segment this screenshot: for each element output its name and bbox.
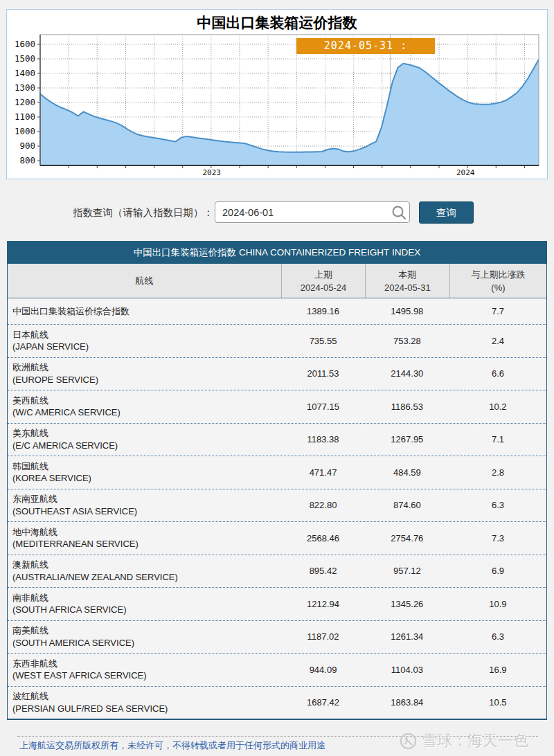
table-body: 中国出口集装箱运价综合指数 1389.16 1495.98 7.7 日本航线 (… bbox=[8, 298, 546, 719]
curr-value: 1186.53 bbox=[365, 402, 449, 412]
change-value: 2.8 bbox=[449, 467, 546, 478]
route-name-en: (W/C AMERICA SERVICE) bbox=[12, 406, 281, 419]
prev-value: 2568.46 bbox=[281, 533, 365, 543]
col-header-change: 与上期比涨跌 (%) bbox=[449, 264, 546, 298]
route-name-cn: 波红航线 bbox=[12, 690, 281, 703]
route-name-cn: 南美航线 bbox=[12, 624, 281, 637]
prev-value: 1077.15 bbox=[281, 402, 365, 412]
change-value: 16.9 bbox=[449, 665, 546, 675]
route-name-cell: 美西航线 (W/C AMERICA SERVICE) bbox=[8, 395, 281, 419]
table-row: 东西非航线 (WEST EAST AFRICA SERVICE) 944.09 … bbox=[8, 653, 546, 686]
change-value: 6.6 bbox=[449, 368, 546, 379]
route-name-en: (MEDITERRANEAN SERVICE) bbox=[12, 538, 281, 550]
route-name-en: (WEST EAST AFRICA SERVICE) bbox=[12, 669, 281, 682]
route-name-cell: 欧洲航线 (EUROPE SERVICE) bbox=[8, 361, 281, 386]
route-name-en: (JAPAN SERVICE) bbox=[12, 341, 281, 353]
query-button[interactable]: 查询 bbox=[419, 201, 474, 224]
route-name-en: (KOREA SERVICE) bbox=[12, 472, 281, 485]
change-value: 6.3 bbox=[449, 631, 546, 642]
route-name-cell: 澳新航线 (AUSTRALIA/NEW ZEALAND SERVICE) bbox=[8, 559, 281, 583]
svg-text:1500: 1500 bbox=[15, 53, 35, 64]
svg-text:1200: 1200 bbox=[15, 97, 35, 107]
search-icon[interactable] bbox=[391, 204, 407, 221]
prev-value: 944.09 bbox=[281, 665, 365, 675]
xueqiu-watermark: 雪球：海天一色 bbox=[399, 728, 528, 753]
curr-value: 1495.98 bbox=[365, 306, 449, 316]
curr-value: 874.60 bbox=[365, 500, 449, 510]
svg-text:2023: 2023 bbox=[202, 168, 221, 177]
prev-value: 471.47 bbox=[281, 467, 365, 478]
change-value: 7.1 bbox=[449, 434, 546, 444]
route-name-cn: 中国出口集装箱运价综合指数 bbox=[12, 305, 281, 318]
freight-index-chart-panel: 中国出口集装箱运价指数 8009001000110012001300140015… bbox=[6, 9, 548, 179]
route-name-cell: 波红航线 (PERSIAN GULF/RED SEA SERVICE) bbox=[8, 690, 281, 714]
curr-value: 1863.84 bbox=[365, 697, 449, 708]
route-name-cell: 中国出口集装箱运价综合指数 bbox=[8, 305, 281, 318]
table-row: 韩国航线 (KOREA SERVICE) 471.47 484.59 2.8 bbox=[8, 456, 546, 489]
table-row: 南非航线 (SOUTH AFRICA SERVICE) 1212.94 1345… bbox=[8, 587, 546, 620]
col-header-curr-label: 本期 bbox=[366, 268, 449, 281]
table-row: 欧洲航线 (EUROPE SERVICE) 2011.53 2144.30 6.… bbox=[8, 357, 546, 390]
change-value: 2.4 bbox=[449, 336, 546, 346]
route-name-cell: 日本航线 (JAPAN SERVICE) bbox=[8, 329, 281, 353]
svg-text:1400: 1400 bbox=[15, 68, 35, 78]
prev-value: 1389.16 bbox=[281, 306, 365, 316]
route-name-cn: 地中海航线 bbox=[12, 526, 281, 539]
curr-value: 753.28 bbox=[365, 336, 449, 346]
route-name-cell: 地中海航线 (MEDITERRANEAN SERVICE) bbox=[8, 526, 281, 550]
svg-text:1600: 1600 bbox=[15, 39, 35, 49]
curr-value: 1345.26 bbox=[365, 599, 449, 609]
route-name-cn: 韩国航线 bbox=[12, 460, 281, 473]
route-name-cn: 欧洲航线 bbox=[12, 361, 281, 374]
prev-value: 1687.42 bbox=[281, 697, 365, 708]
svg-text:900: 900 bbox=[19, 141, 35, 151]
route-name-cell: 东南亚航线 (SOUTHEAST ASIA SERVICE) bbox=[8, 493, 281, 517]
route-name-cn: 南非航线 bbox=[12, 592, 281, 604]
change-value: 6.3 bbox=[449, 500, 546, 510]
route-name-cn: 东西非航线 bbox=[12, 658, 281, 670]
curr-value: 1104.03 bbox=[365, 665, 449, 675]
freight-index-area-chart[interactable]: 8009001000110012001300140015001600202320… bbox=[7, 10, 547, 179]
chart-tooltip: 2024-05-31 : 1495.98 bbox=[296, 38, 435, 54]
change-value: 7.3 bbox=[449, 533, 546, 543]
route-name-cell: 南美航线 (SOUTH AMERICA SERVICE) bbox=[8, 624, 281, 649]
date-input[interactable] bbox=[215, 201, 410, 223]
copyright-text: 上海航运交易所版权所有，未经许可，不得转载或者用于任何形式的商业用途 bbox=[19, 739, 325, 752]
table-row: 波红航线 (PERSIAN GULF/RED SEA SERVICE) 1687… bbox=[8, 686, 546, 719]
col-header-prev-label: 上期 bbox=[282, 268, 365, 281]
prev-value: 1187.02 bbox=[281, 631, 365, 642]
col-header-change-unit: (%) bbox=[450, 281, 546, 294]
prev-value: 2011.53 bbox=[281, 368, 365, 379]
route-name-cn: 美东航线 bbox=[12, 427, 281, 440]
col-header-prev: 上期 2024-05-24 bbox=[281, 264, 365, 298]
col-header-prev-date: 2024-05-24 bbox=[282, 281, 365, 294]
col-header-curr: 本期 2024-05-31 bbox=[365, 264, 449, 298]
route-name-cn: 美西航线 bbox=[12, 395, 281, 407]
prev-value: 1212.94 bbox=[281, 599, 365, 609]
watermark-text: 雪球：海天一色 bbox=[422, 730, 528, 751]
prev-value: 895.42 bbox=[281, 566, 365, 576]
table-header-row: 航线 上期 2024-05-24 本期 2024-05-31 与上期比涨跌 (%… bbox=[8, 264, 546, 298]
route-name-cell: 美东航线 (E/C AMERICA SERVICE) bbox=[8, 427, 281, 451]
table-row: 澳新航线 (AUSTRALIA/NEW ZEALAND SERVICE) 895… bbox=[8, 555, 546, 588]
table-row: 美西航线 (W/C AMERICA SERVICE) 1077.15 1186.… bbox=[8, 390, 546, 423]
svg-text:800: 800 bbox=[19, 155, 35, 165]
prev-value: 735.55 bbox=[281, 336, 365, 346]
table-row: 地中海航线 (MEDITERRANEAN SERVICE) 2568.46 27… bbox=[8, 521, 546, 555]
change-value: 10.2 bbox=[449, 402, 546, 412]
svg-text:1000: 1000 bbox=[15, 126, 35, 136]
route-name-cn: 东南亚航线 bbox=[12, 493, 281, 505]
route-name-cell: 东西非航线 (WEST EAST AFRICA SERVICE) bbox=[8, 658, 281, 682]
curr-value: 957.12 bbox=[365, 566, 449, 576]
curr-value: 484.59 bbox=[365, 467, 449, 478]
curr-value: 2754.76 bbox=[365, 533, 449, 543]
curr-value: 1261.34 bbox=[365, 631, 449, 642]
table-title: 中国出口集装箱运价指数 CHINA CONTAINERIZED FREIGHT … bbox=[8, 241, 546, 264]
change-value: 6.9 bbox=[449, 566, 546, 576]
table-row: 南美航线 (SOUTH AMERICA SERVICE) 1187.02 126… bbox=[8, 620, 546, 654]
index-query-bar: 指数查询（请输入指数日期）： 查询 bbox=[0, 201, 554, 225]
curr-value: 2144.30 bbox=[365, 368, 449, 379]
change-value: 7.7 bbox=[449, 306, 546, 316]
prev-value: 1183.38 bbox=[281, 434, 365, 444]
route-name-en: (PERSIAN GULF/RED SEA SERVICE) bbox=[12, 703, 281, 715]
